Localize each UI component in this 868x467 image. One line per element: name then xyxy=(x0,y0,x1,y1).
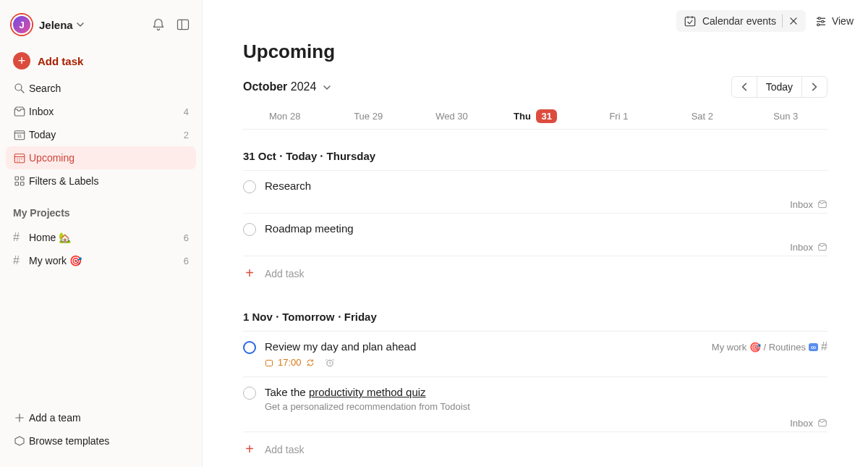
task-time-label: 17:00 xyxy=(278,357,302,368)
add-task-button[interactable]: + Add task xyxy=(243,256,827,290)
month-name: October xyxy=(243,80,287,93)
alarm-icon xyxy=(325,358,335,368)
task-row[interactable]: Review my day and plan ahead 17:00 xyxy=(243,332,827,377)
avatar[interactable]: J xyxy=(12,14,32,35)
weekday-strip: Mon 28 Tue 29 Wed 30 Thu 31 Fri 1 Sat 2 … xyxy=(243,104,827,130)
add-task-label: Add task xyxy=(265,444,304,455)
sidebar-header: J Jelena xyxy=(0,9,202,46)
task-subtitle: Get a personalized recommendation from T… xyxy=(265,401,827,412)
task-checkbox[interactable] xyxy=(243,341,256,354)
plus-icon: + xyxy=(243,265,256,282)
project-item-home[interactable]: # Home 🏡 6 xyxy=(6,226,196,249)
project-item-work[interactable]: # My work 🎯 6 xyxy=(6,249,196,272)
weekday-fri[interactable]: Fri 1 xyxy=(577,104,660,129)
plus-icon xyxy=(13,411,29,424)
view-button[interactable]: View xyxy=(814,14,854,28)
weekday-sat[interactable]: Sat 2 xyxy=(660,104,744,129)
project-count: 6 xyxy=(184,256,189,266)
page-title: Upcoming xyxy=(243,41,827,63)
task-row[interactable]: Take the productivity method quiz Get a … xyxy=(243,377,827,421)
chevron-down-icon[interactable] xyxy=(76,20,85,29)
sidebar-item-label: Filters & Labels xyxy=(29,175,189,187)
add-team-label: Add a team xyxy=(29,412,189,424)
routines-badge-icon: ∞ xyxy=(809,343,818,351)
svg-rect-14 xyxy=(15,177,19,180)
plus-icon: + xyxy=(243,441,256,458)
task-row[interactable]: Roadmap meeting xyxy=(243,214,827,245)
divider xyxy=(782,14,783,28)
sidebar-item-count: 2 xyxy=(184,130,189,140)
add-task-label: Add task xyxy=(38,55,83,67)
notifications-icon[interactable] xyxy=(151,17,166,32)
inbox-icon xyxy=(817,418,827,429)
task-time: 17:00 xyxy=(265,357,712,368)
weekday-mon[interactable]: Mon 28 xyxy=(243,104,326,129)
sidebar-item-filters[interactable]: Filters & Labels xyxy=(6,169,196,193)
sidebar: J Jelena + Add task Search xyxy=(0,0,203,467)
sidebar-item-upcoming[interactable]: Upcoming xyxy=(6,146,196,169)
task-project-label: My work 🎯 / Routines xyxy=(712,342,806,353)
svg-rect-20 xyxy=(685,17,695,26)
svg-point-11 xyxy=(21,159,22,160)
task-project-label: Inbox xyxy=(790,199,813,210)
close-icon[interactable] xyxy=(788,16,799,26)
project-label: My work 🎯 xyxy=(29,255,184,266)
weekday-thu[interactable]: Thu 31 xyxy=(493,104,576,129)
username[interactable]: Jelena xyxy=(39,19,73,31)
svg-point-10 xyxy=(19,159,20,160)
task-row[interactable]: Research xyxy=(243,171,827,202)
add-task-label: Add task xyxy=(265,268,304,279)
projects-title[interactable]: My Projects xyxy=(0,195,202,223)
add-task-button[interactable]: + Add task xyxy=(6,49,196,77)
hash-icon: # xyxy=(13,254,29,267)
sidebar-item-label: Search xyxy=(29,83,189,94)
add-team-button[interactable]: Add a team xyxy=(6,406,196,429)
task-checkbox[interactable] xyxy=(243,223,256,236)
weekday-badge: 31 xyxy=(536,109,556,123)
month-picker[interactable]: October 2024 xyxy=(243,80,331,93)
task-checkbox[interactable] xyxy=(243,387,256,400)
calendar-events-pill[interactable]: Calendar events xyxy=(676,10,806,32)
browse-templates-button[interactable]: Browse templates xyxy=(6,429,196,453)
project-label: Home 🏡 xyxy=(29,232,184,243)
task-title-link[interactable]: productivity method quiz xyxy=(309,386,426,398)
prev-week-button[interactable] xyxy=(732,77,757,96)
svg-point-26 xyxy=(818,17,820,20)
svg-rect-15 xyxy=(21,177,25,180)
svg-point-9 xyxy=(17,159,18,160)
add-task-button[interactable]: + Add task xyxy=(243,432,827,466)
weekday-tue[interactable]: Tue 29 xyxy=(326,104,409,129)
weekday-wed[interactable]: Wed 30 xyxy=(410,104,493,129)
task-checkbox[interactable] xyxy=(243,180,256,193)
sidebar-item-search[interactable]: Search xyxy=(6,77,196,100)
svg-line-3 xyxy=(21,90,24,93)
svg-point-28 xyxy=(822,20,824,22)
next-week-button[interactable] xyxy=(802,77,827,96)
today-button[interactable]: Today xyxy=(757,77,802,97)
weekday-sun[interactable]: Sun 3 xyxy=(744,104,827,129)
week-nav: Today xyxy=(731,76,827,98)
task-meta[interactable]: Inbox xyxy=(243,199,827,213)
task-title: Take the productivity method quiz xyxy=(265,386,827,398)
task-meta[interactable]: Inbox xyxy=(243,418,827,432)
sidebar-item-today[interactable]: 31 Today 2 xyxy=(6,123,196,146)
task-title: Review my day and plan ahead xyxy=(265,340,712,353)
sliders-icon xyxy=(814,14,827,28)
content: Upcoming October 2024 Today Mon 28 xyxy=(203,32,868,467)
sidebar-item-inbox[interactable]: Inbox 4 xyxy=(6,100,196,123)
template-icon xyxy=(13,434,29,447)
task-meta[interactable]: Inbox xyxy=(243,242,827,256)
calendar-events-label: Calendar events xyxy=(702,15,776,27)
hash-icon: # xyxy=(821,340,827,353)
main: Calendar events View Upcoming October 20… xyxy=(203,0,868,467)
calendar-grid-icon xyxy=(13,151,29,164)
task-project-path[interactable]: My work 🎯 / Routines ∞ # xyxy=(712,340,827,353)
sidebar-toggle-icon[interactable] xyxy=(176,17,190,32)
project-count: 6 xyxy=(184,232,189,243)
year: 2024 xyxy=(291,80,317,93)
hash-icon: # xyxy=(13,231,29,244)
task-title: Roadmap meeting xyxy=(265,222,827,235)
task-title: Research xyxy=(265,180,827,192)
task-project-label: Inbox xyxy=(790,418,813,429)
sidebar-item-label: Upcoming xyxy=(29,152,189,164)
